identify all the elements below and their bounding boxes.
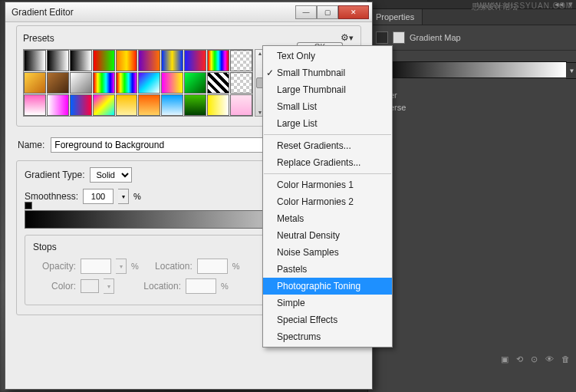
titlebar[interactable]: Gradient Editor — ▢ ✕: [5, 2, 372, 22]
gear-icon[interactable]: ⚙▾: [341, 32, 354, 44]
menu-item[interactable]: Replace Gradients...: [263, 154, 392, 171]
gradient-map-preview[interactable]: ▼: [377, 61, 567, 78]
location-label: Location:: [143, 261, 193, 272]
clip-icon[interactable]: ▣: [501, 354, 509, 364]
preset-swatch[interactable]: [70, 50, 92, 71]
menu-item[interactable]: Large Thumbnail: [263, 81, 392, 98]
menu-item[interactable]: Simple: [263, 295, 392, 311]
minimize-button[interactable]: —: [295, 5, 317, 19]
panel-subtitle: Gradient Map: [410, 33, 461, 42]
percent-label: %: [221, 282, 229, 291]
preset-swatch[interactable]: [116, 50, 138, 71]
preset-swatch[interactable]: [230, 72, 252, 94]
reset-icon[interactable]: ⟲: [516, 354, 523, 364]
watermark-url: WWW.MISSYUAN.COM: [477, 2, 573, 10]
menu-item[interactable]: Special Effects: [263, 311, 392, 328]
preset-swatch[interactable]: [93, 72, 115, 94]
menu-separator: [264, 173, 391, 174]
location-input[interactable]: [197, 259, 228, 274]
preset-swatch[interactable]: [47, 94, 69, 116]
preset-swatch[interactable]: [230, 94, 252, 116]
adjustment-icon: [376, 31, 388, 44]
opacity-stepper[interactable]: ▾: [116, 259, 127, 274]
percent-label: %: [133, 192, 141, 201]
preset-swatch[interactable]: [184, 94, 206, 116]
preset-swatch[interactable]: [93, 94, 115, 116]
color-label: Color:: [33, 281, 76, 292]
preset-swatch[interactable]: [207, 50, 229, 71]
menu-item[interactable]: Metals: [263, 210, 392, 227]
preset-swatch[interactable]: [24, 50, 46, 71]
preset-swatch[interactable]: [207, 72, 229, 94]
smoothness-input[interactable]: [83, 189, 114, 204]
menu-item[interactable]: Photographic Toning: [263, 278, 392, 295]
view-icon[interactable]: ⊙: [531, 354, 538, 364]
menu-item[interactable]: Large List: [263, 115, 392, 132]
menu-item[interactable]: Color Harmonies 1: [263, 176, 392, 193]
preset-swatch[interactable]: [93, 50, 115, 71]
preset-swatch[interactable]: [161, 72, 183, 94]
preset-swatch[interactable]: [184, 72, 206, 94]
maximize-button[interactable]: ▢: [317, 5, 338, 19]
checkbox-row-1[interactable]: er: [368, 89, 576, 101]
opacity-input[interactable]: [81, 259, 111, 274]
panel-footer-icons: ▣ ⟲ ⊙ 👁 🗑: [501, 354, 570, 364]
panel-subheader: Gradient Map: [368, 25, 576, 51]
menu-separator: [264, 134, 391, 135]
preset-swatch[interactable]: [138, 72, 160, 94]
preset-swatch[interactable]: [47, 72, 69, 94]
percent-label: %: [131, 262, 139, 271]
name-label: Name:: [18, 140, 44, 150]
preset-swatch-grid: [23, 49, 253, 117]
opacity-stop-marker[interactable]: [25, 202, 32, 209]
close-button[interactable]: ✕: [338, 5, 369, 19]
smoothness-label: Smoothness:: [25, 191, 78, 202]
location-label: Location:: [132, 281, 181, 292]
menu-item[interactable]: Spectrums: [263, 328, 392, 345]
percent-label: %: [232, 262, 240, 271]
gradient-type-select[interactable]: Solid: [90, 167, 132, 183]
dialog-title: Gradient Editor: [8, 7, 295, 18]
menu-item[interactable]: Noise Samples: [263, 244, 392, 261]
preset-swatch[interactable]: [24, 94, 46, 116]
visibility-icon[interactable]: 👁: [545, 354, 554, 364]
menu-item[interactable]: Color Harmonies 2: [263, 193, 392, 210]
smoothness-stepper[interactable]: ▾: [118, 189, 129, 204]
preset-swatch[interactable]: [138, 94, 160, 116]
preset-swatch[interactable]: [207, 94, 229, 116]
menu-item[interactable]: Neutral Density: [263, 227, 392, 244]
preset-swatch[interactable]: [230, 50, 252, 71]
menu-item[interactable]: Pastels: [263, 261, 392, 278]
checkbox-row-2[interactable]: erse: [368, 101, 576, 114]
preset-swatch[interactable]: [70, 72, 92, 94]
color-stepper[interactable]: ▾: [104, 278, 114, 294]
presets-label: Presets: [23, 33, 341, 44]
preset-swatch[interactable]: [47, 50, 69, 71]
preset-swatch[interactable]: [24, 72, 46, 94]
preset-swatch[interactable]: [161, 50, 183, 71]
preset-swatch[interactable]: [161, 94, 183, 116]
menu-item[interactable]: Reset Gradients...: [263, 137, 392, 154]
preset-swatch[interactable]: [184, 50, 206, 71]
preset-context-menu: Text OnlySmall ThumbnailLarge ThumbnailS…: [262, 45, 393, 348]
location-input-2[interactable]: [186, 278, 216, 294]
preset-swatch[interactable]: [116, 72, 138, 94]
preset-swatch[interactable]: [70, 94, 92, 116]
menu-item[interactable]: Text Only: [263, 48, 392, 64]
properties-panel: ◂◂▾ Properties Gradient Map ▼ er erse ▣ …: [367, 0, 576, 392]
mask-icon: [393, 31, 405, 44]
preset-swatch[interactable]: [138, 50, 160, 71]
menu-item[interactable]: Small Thumbnail: [263, 64, 392, 81]
preset-swatch[interactable]: [116, 94, 138, 116]
trash-icon[interactable]: 🗑: [561, 354, 570, 364]
color-swatch[interactable]: [81, 279, 99, 293]
gradient-type-label: Gradient Type:: [25, 170, 85, 180]
tab-properties[interactable]: Properties: [368, 9, 423, 25]
opacity-label: Opacity:: [33, 261, 76, 272]
gradient-dropdown-icon[interactable]: ▼: [566, 62, 576, 79]
menu-item[interactable]: Small List: [263, 98, 392, 115]
